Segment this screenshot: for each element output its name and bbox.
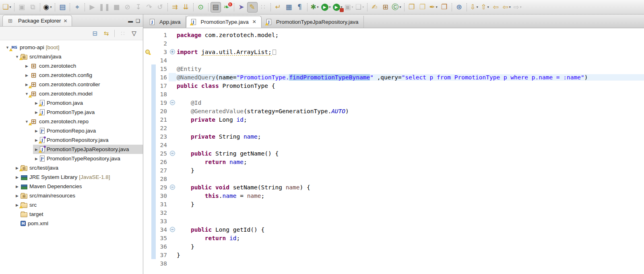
tree-item-src-main-java[interactable]: ▼⊞src/main/java [0, 52, 143, 61]
maximize-view-button[interactable]: ❏ [136, 18, 140, 24]
code-line-27[interactable]: 27 } [143, 166, 644, 174]
tree-item-promotiontype-java[interactable]: ▶JPromotionType.java [0, 108, 143, 117]
web-browser-button[interactable]: ⊛ [454, 2, 464, 12]
editor-tab-promotiontype-java[interactable]: JPromotionType.java✕ [186, 16, 262, 28]
code-line-16[interactable]: 16@NamedQuery(name="PromotionType.findPr… [143, 73, 644, 81]
code-line-26[interactable]: 26 return name; [143, 158, 644, 166]
tree-item-promotiontypejparepository-java[interactable]: ▶JPromotionTypeJpaRepository.java [0, 145, 143, 154]
highlighter-button[interactable]: ✎ [247, 2, 258, 12]
back-button[interactable]: ⇦▾ [502, 2, 512, 12]
code-line-34[interactable]: 34− public Long getId() { [143, 225, 644, 234]
new-java-element-button[interactable]: ✍ [369, 2, 380, 12]
code-line-29[interactable]: 29− public void setName(String name) { [143, 183, 644, 191]
external-tools-button[interactable]: ❑▾ [355, 2, 365, 12]
pin-editor-button[interactable]: ⌖ [72, 2, 83, 12]
code-line-38[interactable]: 38 [143, 259, 644, 268]
select-tool-button[interactable]: ➤ [236, 2, 247, 12]
code-line-25[interactable]: 25− public String getName() { [143, 149, 644, 158]
toggle-line-numbers-button[interactable]: ▤ [211, 2, 221, 12]
show-whitespace-button[interactable]: ¶ [295, 2, 305, 12]
fold-expand-icon[interactable]: + [170, 49, 175, 54]
code-line-3[interactable]: 3+import java.util.ArrayList; [143, 48, 644, 56]
terminate-button[interactable]: ■ [111, 2, 122, 12]
open-console-button[interactable]: ↵ [273, 2, 283, 12]
new-class-button[interactable]: Ⓒ▾ [391, 2, 402, 12]
new-wizard-button[interactable]: ❏▾ [2, 2, 12, 12]
save-button[interactable]: ▣ [17, 2, 27, 12]
search-button[interactable]: ❐ [439, 2, 450, 12]
minimize-view-button[interactable]: ▬ [128, 18, 133, 24]
code-line-20[interactable]: 20 @GeneratedValue(strategy=GenerationTy… [143, 107, 644, 115]
step-into-button[interactable]: ↧ [133, 2, 144, 12]
editor-tab-promotiontypejparepository-java[interactable]: JPromotionTypeJpaRepository.java [262, 16, 364, 28]
save-all-button[interactable]: ⧉ [27, 2, 38, 12]
link-with-editor-button[interactable]: ⇆ [101, 29, 111, 38]
step-return-button[interactable]: ↺ [155, 2, 165, 12]
previous-annotation-button[interactable]: ⇧▾ [480, 2, 490, 12]
code-line-24[interactable]: 24 [143, 141, 644, 149]
code-line-17[interactable]: 17public class PromotionType { [143, 81, 644, 90]
last-edit-location-button[interactable]: ⇦ [491, 2, 501, 12]
tree-item-promotionrepository-java[interactable]: ▶JPromotionRepository.java [0, 135, 143, 145]
tree-item-promotionrepo-java[interactable]: ▶JˢPromotionRepo.java [0, 126, 143, 135]
suspend-button[interactable]: ❚❚ [98, 2, 111, 12]
tree-item-target[interactable]: target [0, 210, 143, 219]
code-line-35[interactable]: 35 return id; [143, 234, 644, 242]
fold-collapse-icon[interactable]: − [170, 185, 175, 190]
view-menu-button[interactable]: ▽ [129, 29, 139, 38]
tree-item-maven-dependencies[interactable]: ▶Maven Dependencies [0, 182, 143, 191]
code-line-28[interactable]: 28 [143, 174, 644, 183]
tree-item-src-test-java[interactable]: ▶⊞src/test/java [0, 163, 143, 172]
step-over-button[interactable]: ↷ [144, 2, 155, 12]
tree-item-com-zerototech-repo[interactable]: ▼⊞com.zerototech.repo [0, 117, 143, 126]
code-line-31[interactable]: 31 } [143, 200, 644, 208]
fold-collapse-icon[interactable]: − [170, 227, 175, 232]
spring-insight-button[interactable]: ❧1 [221, 2, 232, 12]
tree-item-jre-system-library[interactable]: ▶JRE System Library[JavaSE-1.8] [0, 172, 143, 182]
tree-item-pom-xml[interactable]: Mpom.xml [0, 219, 143, 228]
run-button[interactable]: ▶▾ [320, 2, 332, 12]
tree-item-com-zerototech-config[interactable]: ▶⊞com.zerototech.config [0, 71, 143, 80]
code-editor[interactable]: 1package com.zerototech.model;23+import … [143, 28, 644, 274]
user-account-button[interactable]: ◉▾ [42, 2, 53, 12]
spring-boot-dashboard-button[interactable]: ⊙ [196, 2, 206, 12]
tree-item-com-zerototech[interactable]: ▶⊞com.zerototech [0, 61, 143, 71]
tree-item-src-main-resources[interactable]: ▶⊞src/main/resources [0, 191, 143, 200]
code-line-15[interactable]: 15@Entity [143, 64, 644, 73]
annotation-pen-button[interactable]: ✒▾ [428, 2, 439, 12]
new-package-button[interactable]: ⊞ [380, 2, 391, 12]
code-line-23[interactable]: 23 private String name; [143, 132, 644, 141]
code-line-37[interactable]: 37} [143, 251, 644, 259]
code-line-14[interactable]: 14 [143, 56, 644, 64]
fold-collapse-icon[interactable]: − [170, 100, 175, 105]
format-tool-button[interactable]: ⇉ [170, 2, 180, 12]
focus-on-active-task-button[interactable]: ∷ [118, 29, 128, 38]
resume-button[interactable]: ▶ [87, 2, 97, 12]
tree-item-promo-api[interactable]: ▼MSpromo-api[boot] [0, 43, 143, 52]
disconnect-button[interactable]: ⊘ [122, 2, 133, 12]
code-line-32[interactable]: 32 [143, 208, 644, 217]
tree-item-com-zerototech-model[interactable]: ▼⊞com.zerototech.model [0, 89, 143, 98]
code-line-2[interactable]: 2 [143, 39, 644, 48]
open-type-button[interactable]: ❐ [407, 2, 417, 12]
tree-item-promotiontyperepository-java[interactable]: ▶JˢPromotionTypeRepository.java [0, 154, 143, 163]
open-terminal-button[interactable]: ▤ [57, 2, 68, 12]
next-annotation-button[interactable]: ⇩▾ [469, 2, 479, 12]
tree-item-src[interactable]: ▶src [0, 200, 143, 210]
debug-button[interactable]: ✱▾ [310, 2, 320, 12]
code-line-30[interactable]: 30 this.name = name; [143, 191, 644, 200]
coverage-button[interactable]: ▶​▾ [332, 2, 343, 12]
sort-members-button[interactable]: ⇊ [181, 2, 191, 12]
smart-insert-button[interactable]: ∷ [258, 2, 268, 12]
tree-item-promotion-java[interactable]: ▶JPromotion.java [0, 98, 143, 108]
close-view-icon[interactable]: ✕ [64, 18, 68, 24]
profile-button[interactable]: ▣▾ [344, 2, 354, 12]
forward-button[interactable]: ⇨▾ [512, 2, 523, 12]
code-line-22[interactable]: 22 [143, 124, 644, 132]
code-line-33[interactable]: 33 [143, 217, 644, 225]
fold-collapse-icon[interactable]: − [170, 151, 175, 156]
editor-tab-app-java[interactable]: JApp.java [145, 16, 186, 28]
code-line-1[interactable]: 1package com.zerototech.model; [143, 31, 644, 39]
code-line-36[interactable]: 36 } [143, 242, 644, 251]
code-line-21[interactable]: 21 private Long id; [143, 115, 644, 124]
